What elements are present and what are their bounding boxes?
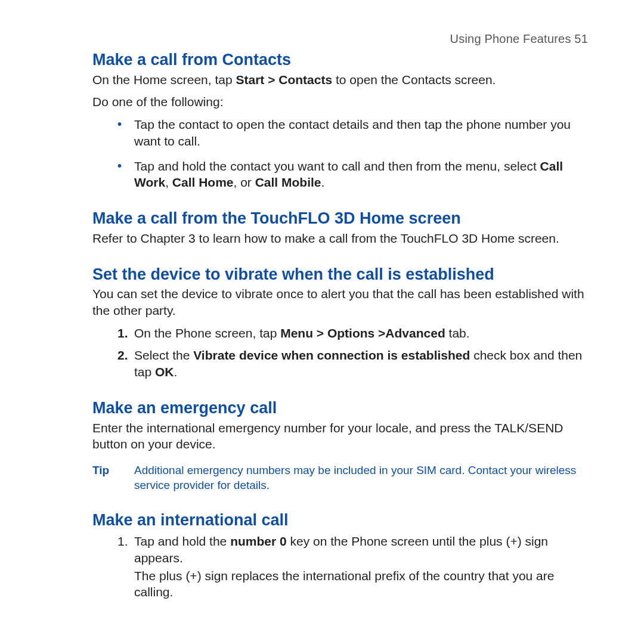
contacts-bullets: Tap the contact to open the contact deta… bbox=[92, 116, 590, 191]
list-item: Tap the contact to open the contact deta… bbox=[117, 116, 590, 149]
section-touchflo: Make a call from the TouchFLO 3D Home sc… bbox=[92, 209, 590, 246]
bold-span: Call Home bbox=[172, 175, 234, 189]
bold-span: Menu > Options >Advanced bbox=[280, 326, 445, 340]
text-span: On the Home screen, tap bbox=[92, 73, 236, 86]
vibrate-steps: On the Phone screen, tap Menu > Options … bbox=[92, 325, 590, 380]
running-head: Using Phone Features 51 bbox=[450, 32, 588, 46]
text-span: , or bbox=[234, 175, 255, 189]
contacts-intro-1: On the Home screen, tap Start > Contacts… bbox=[92, 72, 590, 88]
heading-international: Make an international call bbox=[92, 510, 590, 531]
list-item: On the Phone screen, tap Menu > Options … bbox=[117, 325, 590, 342]
emergency-body: Enter the international emergency number… bbox=[92, 420, 590, 453]
heading-touchflo: Make a call from the TouchFLO 3D Home sc… bbox=[92, 209, 590, 229]
section-emergency: Make an emergency call Enter the interna… bbox=[92, 398, 590, 493]
heading-emergency: Make an emergency call bbox=[92, 398, 590, 419]
text-span: , bbox=[165, 175, 172, 189]
text-span: Select the bbox=[134, 348, 193, 362]
section-vibrate: Set the device to vibrate when the call … bbox=[92, 265, 590, 380]
tip-body: Additional emergency numbers may be incl… bbox=[134, 463, 590, 493]
section-international: Make an international call Tap and hold … bbox=[92, 510, 590, 600]
list-item: Select the Vibrate device when connectio… bbox=[117, 347, 590, 380]
list-item: Tap and hold the contact you want to cal… bbox=[117, 158, 590, 191]
tip-label: Tip bbox=[92, 463, 134, 493]
heading-vibrate: Set the device to vibrate when the call … bbox=[92, 265, 590, 285]
international-steps: Tap and hold the number 0 key on the Pho… bbox=[92, 533, 590, 600]
bold-span: number 0 bbox=[230, 534, 287, 548]
text-span: to open the Contacts screen. bbox=[332, 73, 496, 86]
text-span: tab. bbox=[445, 326, 470, 340]
bold-span: Start > Contacts bbox=[236, 73, 332, 86]
heading-contacts: Make a call from Contacts bbox=[92, 50, 590, 70]
touchflo-body: Refer to Chapter 3 to learn how to make … bbox=[92, 230, 590, 247]
text-span: Tap and hold the bbox=[134, 534, 230, 548]
contacts-intro-2: Do one of the following: bbox=[92, 94, 590, 110]
international-step1-note: The plus (+) sign replaces the internati… bbox=[134, 568, 590, 600]
manual-page: Using Phone Features 51 Make a call from… bbox=[0, 0, 644, 644]
text-span: On the Phone screen, tap bbox=[134, 326, 280, 340]
list-item: Tap and hold the number 0 key on the Pho… bbox=[117, 533, 590, 600]
text-span: . bbox=[321, 175, 325, 189]
section-contacts: Make a call from Contacts On the Home sc… bbox=[92, 50, 590, 191]
text-span: . bbox=[174, 365, 178, 379]
bold-span: Call Mobile bbox=[255, 175, 321, 189]
vibrate-body: You can set the device to vibrate once t… bbox=[92, 286, 590, 318]
bold-span: OK bbox=[155, 365, 174, 379]
bold-span: Vibrate device when connection is establ… bbox=[193, 348, 470, 362]
tip-row: Tip Additional emergency numbers may be … bbox=[92, 463, 590, 493]
text-span: Tap and hold the contact you want to cal… bbox=[134, 159, 540, 173]
